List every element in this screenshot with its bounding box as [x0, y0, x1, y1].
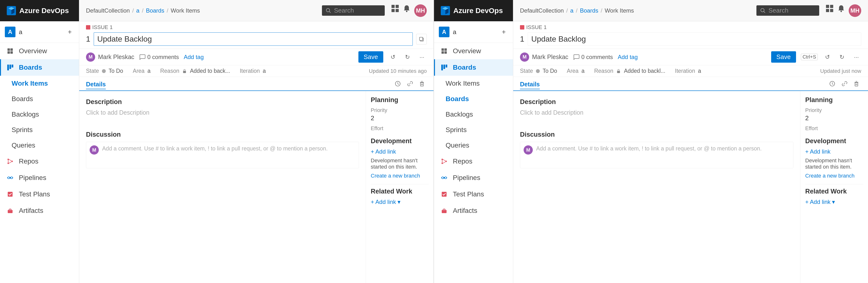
sidebar-item-sprints-1[interactable]: Sprints — [0, 122, 79, 138]
content-area-1: Description Click to add Description Dis… — [79, 91, 434, 283]
user-avatar-1[interactable]: MH — [414, 4, 427, 17]
related-add-link-1[interactable]: + Add link ▾ — [371, 199, 429, 205]
sidebar-item-boards-sub-2[interactable]: Boards — [434, 91, 513, 107]
link-btn-1[interactable] — [405, 79, 415, 88]
delete-btn-2[interactable] — [851, 79, 861, 88]
sidebar-item-boards-1[interactable]: Boards — [0, 59, 79, 76]
user-avatar-2[interactable]: MH — [849, 4, 861, 17]
history-btn-2[interactable] — [828, 79, 837, 88]
comments-btn-2[interactable]: 0 comments — [573, 54, 613, 60]
iteration-field-1: Iteration a — [240, 68, 266, 74]
add-tag-btn-1[interactable]: Add tag — [184, 54, 204, 60]
history-btn-1[interactable] — [393, 79, 403, 88]
planning-section-2: Planning Priority 2 Effort — [805, 96, 863, 132]
svg-point-13 — [7, 163, 9, 164]
delete-btn-1[interactable] — [417, 79, 427, 88]
discussion-input-1[interactable]: Add a comment. Use # to link a work item… — [102, 145, 355, 165]
link-btn-2[interactable] — [839, 79, 849, 88]
sidebar-item-backlogs-1[interactable]: Backlogs — [0, 107, 79, 122]
sidebar-2: Azure DevOps A a + Overview Boards — [434, 0, 513, 283]
save-button-2[interactable]: Save — [771, 51, 796, 63]
sidebar-item-boards-sub-1[interactable]: Boards — [0, 91, 79, 107]
details-tab-1[interactable]: Details — [86, 81, 106, 89]
comments-btn-1[interactable]: 0 comments — [139, 54, 179, 60]
sidebar-item-pipelines-1[interactable]: Pipelines — [0, 170, 79, 186]
development-title-1: Development — [371, 137, 429, 145]
app-logo-2[interactable]: Azure DevOps — [441, 6, 503, 15]
save-button-1[interactable]: Save — [359, 51, 383, 63]
account-name-1: a — [19, 28, 62, 36]
boards-icon-1 — [6, 63, 14, 72]
sidebar-item-repos-2[interactable]: Repos — [434, 153, 513, 170]
sidebar-item-work-items-1[interactable]: Work Items — [0, 76, 79, 91]
add-account-btn-2[interactable]: + — [499, 28, 508, 36]
test-plans-icon-2 — [440, 190, 448, 199]
priority-value-2: 2 — [805, 114, 863, 122]
related-add-link-2[interactable]: + Add link ▾ — [805, 199, 863, 205]
topbar-icons-2: MH — [826, 4, 861, 17]
add-link-btn-2[interactable]: + Add link — [805, 148, 863, 155]
sidebar-item-test-plans-2[interactable]: Test Plans — [434, 186, 513, 202]
description-placeholder-2[interactable]: Click to add Description — [520, 109, 794, 123]
sidebar-item-overview-2[interactable]: Overview — [434, 43, 513, 59]
sidebar-item-backlogs-2[interactable]: Backlogs — [434, 107, 513, 122]
planning-title-2: Planning — [805, 96, 863, 104]
sidebar-item-sprints-2[interactable]: Sprints — [434, 122, 513, 138]
search-box-1[interactable] — [322, 5, 385, 16]
search-input-2[interactable] — [769, 7, 812, 14]
discussion-area-1[interactable]: M Add a comment. Use # to link a work it… — [86, 142, 359, 168]
discussion-area-2[interactable]: M Add a comment. Use # to link a work it… — [520, 142, 794, 168]
sidebar-item-queries-2[interactable]: Queries — [434, 138, 513, 153]
create-branch-link-1[interactable]: Create a new branch — [371, 173, 420, 179]
svg-line-55 — [443, 162, 445, 163]
create-branch-link-2[interactable]: Create a new branch — [805, 173, 855, 179]
meta-row-1: State To Do Area a Reason Added to back.… — [79, 65, 434, 77]
issue-title-input-1[interactable] — [94, 32, 413, 46]
related-work-section-1: Related Work + Add link ▾ — [371, 184, 429, 205]
artifacts-icon-1 — [6, 206, 14, 215]
redo-btn-2[interactable]: ↻ — [837, 52, 847, 62]
sidebar-item-queries-1[interactable]: Queries — [0, 138, 79, 153]
related-work-section-2: Related Work + Add link ▾ — [805, 184, 863, 205]
more-btn-2[interactable]: ··· — [851, 52, 861, 62]
sidebar-item-repos-1[interactable]: Repos — [0, 153, 79, 170]
search-input-1[interactable] — [334, 7, 377, 14]
undo-btn-1[interactable]: ↺ — [388, 52, 398, 62]
svg-rect-30 — [396, 9, 399, 12]
sidebar-item-boards-2[interactable]: Boards — [434, 59, 513, 76]
sidebar-item-work-items-2[interactable]: Work Items — [434, 76, 513, 91]
search-box-2[interactable] — [756, 5, 819, 16]
sidebar-item-pipelines-2[interactable]: Pipelines — [434, 170, 513, 186]
redo-btn-1[interactable]: ↻ — [403, 52, 412, 62]
development-section-1: Development + Add link Development hasn'… — [371, 137, 429, 179]
add-link-btn-1[interactable]: + Add link — [371, 148, 429, 155]
sidebar-item-artifacts-2[interactable]: Artifacts — [434, 202, 513, 219]
sidebar-item-overview-1[interactable]: Overview — [0, 43, 79, 59]
app-logo-1[interactable]: Azure DevOps — [7, 6, 69, 15]
undo-btn-2[interactable]: ↺ — [823, 52, 832, 62]
area-field-2: Area a — [567, 68, 585, 74]
svg-rect-73 — [855, 83, 858, 86]
more-btn-1[interactable]: ··· — [417, 52, 427, 62]
area-field-1: Area a — [133, 68, 151, 74]
add-account-btn-1[interactable]: + — [65, 28, 74, 36]
grid-icon-2[interactable] — [826, 4, 834, 12]
add-tag-btn-2[interactable]: Add tag — [618, 54, 638, 60]
copy-btn-1[interactable] — [416, 34, 427, 45]
sidebar-item-test-plans-1[interactable]: Test Plans — [0, 186, 79, 202]
sidebar-item-artifacts-1[interactable]: Artifacts — [0, 202, 79, 219]
svg-rect-69 — [830, 9, 833, 12]
breadcrumb-bar-1: DefaultCollection / a / Boards / Work It… — [79, 0, 434, 21]
grid-icon-1[interactable] — [391, 4, 399, 12]
svg-line-26 — [329, 11, 331, 13]
svg-rect-6 — [10, 48, 13, 51]
details-tab-2[interactable]: Details — [520, 81, 540, 89]
repos-icon-2 — [440, 157, 448, 166]
panel-2: Azure DevOps A a + Overview Boards — [434, 0, 868, 283]
description-placeholder-1[interactable]: Click to add Description — [86, 109, 359, 123]
bell-icon-2[interactable] — [837, 4, 845, 12]
svg-point-25 — [326, 8, 330, 12]
issue-number-2: 1 — [520, 35, 524, 44]
discussion-input-2[interactable]: Add a comment. Use # to link a work item… — [536, 145, 790, 165]
bell-icon-1[interactable] — [403, 4, 411, 12]
